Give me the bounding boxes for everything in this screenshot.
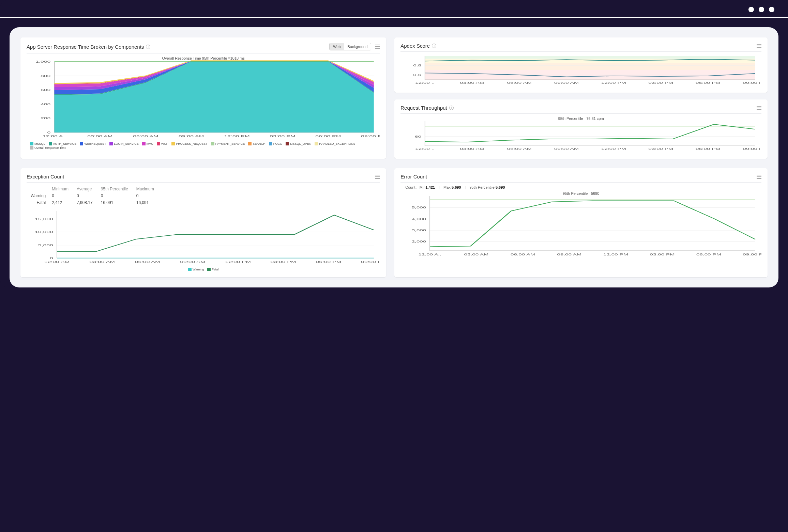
svg-text:3,000: 3,000: [412, 229, 426, 232]
legend-label: WCF: [161, 142, 168, 145]
legend-swatch: [30, 146, 33, 150]
legend-item[interactable]: SEARCH: [248, 142, 266, 145]
legend-swatch: [142, 142, 146, 145]
svg-text:5,000: 5,000: [412, 206, 426, 209]
legend-swatch: [157, 142, 160, 145]
legend-item[interactable]: LOGIN_SERVICE: [109, 142, 138, 145]
col-maximum: Maximum: [136, 186, 162, 192]
svg-text:800: 800: [41, 74, 51, 78]
toggle-background[interactable]: Background: [344, 43, 371, 50]
svg-text:200: 200: [41, 116, 51, 120]
info-icon[interactable]: i: [449, 106, 454, 110]
legend-swatch: [207, 268, 211, 271]
svg-text:09:00 PM: 09:00 PM: [743, 81, 761, 84]
toggle-web-background[interactable]: Web Background: [329, 43, 371, 50]
card-menu-icon[interactable]: [757, 175, 761, 179]
legend-item[interactable]: HANDLED_EXCEPTIONS: [315, 142, 355, 145]
legend-exception: WarningFatal: [27, 268, 380, 271]
card-title-text: Exception Count: [27, 174, 64, 179]
svg-text:10,000: 10,000: [35, 230, 53, 234]
svg-text:03:00 PM: 03:00 PM: [650, 253, 675, 256]
cell: 7,908.17: [77, 200, 100, 206]
card-title-text: Request Throughput: [400, 105, 447, 111]
svg-text:0: 0: [47, 130, 51, 134]
legend-item[interactable]: MSSQL_OPEN: [286, 142, 311, 145]
svg-text:12:00 ..: 12:00 ..: [415, 81, 435, 84]
legend-label: PROCESS_REQUEST: [176, 142, 208, 145]
legend-item[interactable]: WCF: [157, 142, 168, 145]
window-control-dot[interactable]: [759, 7, 764, 12]
svg-text:09:00 AM: 09:00 AM: [554, 81, 579, 84]
card-error: Error Count Count : Min1,421 | Max 5,690…: [394, 168, 768, 277]
svg-rect-23: [425, 56, 755, 59]
dashboard-body: App Server Response Time Broken by Compo…: [10, 27, 778, 287]
legend-item[interactable]: MSSQL: [30, 142, 45, 145]
info-icon[interactable]: i: [146, 45, 150, 49]
svg-text:12:00 PM: 12:00 PM: [601, 81, 626, 84]
col-p95: 95th Percentile: [101, 186, 136, 192]
chart-subtitle: 95th Percentile =5690: [400, 191, 761, 195]
titlebar-divider: [0, 17, 788, 18]
svg-rect-25: [425, 63, 755, 70]
svg-text:09:00 AM: 09:00 AM: [557, 253, 582, 256]
window-controls: [0, 7, 788, 17]
card-menu-icon[interactable]: [757, 106, 761, 110]
svg-text:03:00 AM: 03:00 AM: [464, 253, 489, 256]
chart-subtitle: 95th Percentile =76.81 cpm: [400, 116, 761, 121]
svg-text:12:00 PM: 12:00 PM: [603, 253, 628, 256]
svg-text:12:00 PM: 12:00 PM: [225, 260, 251, 264]
legend-label: MSSQL_OPEN: [290, 142, 311, 145]
legend-label: PAYMENT_SERVICE: [215, 142, 245, 145]
svg-text:0: 0: [50, 256, 53, 260]
legend-item[interactable]: PROCESS_REQUEST: [171, 142, 208, 145]
svg-text:06:00 PM: 06:00 PM: [316, 260, 341, 264]
svg-text:03:00 AM: 03:00 AM: [87, 134, 112, 138]
legend-item[interactable]: Overall Response Time: [30, 146, 66, 150]
card-menu-icon[interactable]: [375, 45, 380, 49]
window-control-dot[interactable]: [769, 7, 774, 12]
card-response-time: App Server Response Time Broken by Compo…: [20, 37, 386, 159]
svg-text:09:00 AM: 09:00 AM: [179, 134, 204, 138]
window-control-dot[interactable]: [748, 7, 754, 12]
legend-label: HANDLED_EXCEPTIONS: [319, 142, 355, 145]
legend-label: AUTH_SERVICE: [53, 142, 77, 145]
card-title: App Server Response Time Broken by Compo…: [27, 44, 150, 50]
legend-item[interactable]: Fatal: [207, 268, 218, 271]
svg-text:03:00 AM: 03:00 AM: [460, 147, 485, 151]
legend-swatch: [315, 142, 318, 145]
chart-throughput: 6012:00 ..03:00 AM06:00 AM09:00 AM12:00 …: [400, 121, 761, 153]
cell: 0: [52, 193, 76, 199]
card-menu-icon[interactable]: [757, 44, 761, 48]
legend-item[interactable]: AUTH_SERVICE: [49, 142, 77, 145]
legend-item[interactable]: MVC: [142, 142, 153, 145]
svg-text:03:00 PM: 03:00 PM: [649, 147, 673, 151]
legend-item[interactable]: PAYMENT_SERVICE: [211, 142, 245, 145]
legend-response-time: MSSQLAUTH_SERVICEWEBREQUESTLOGIN_SERVICE…: [27, 142, 380, 150]
card-throughput: Request Throughput i 95th Percentile =76…: [394, 99, 768, 159]
card-menu-icon[interactable]: [375, 175, 380, 179]
col-minimum: Minimum: [52, 186, 76, 192]
p95-label: 95th Percentile: [469, 185, 494, 189]
legend-item[interactable]: POCO: [269, 142, 283, 145]
legend-item[interactable]: Warning: [188, 268, 204, 271]
toggle-web[interactable]: Web: [330, 43, 344, 50]
svg-text:400: 400: [41, 102, 51, 106]
legend-swatch: [109, 142, 113, 145]
card-exception: Exception Count Minimum Average 95th Per…: [20, 168, 386, 277]
legend-label: POCO: [273, 142, 283, 145]
error-count-summary: Count : Min1,421 | Max 5,690 | 95th Perc…: [405, 185, 761, 189]
svg-text:06:00 AM: 06:00 AM: [133, 134, 158, 138]
card-apdex: Apdex Score i 0.60.812:00 ..03:00 AM06:0…: [394, 37, 768, 93]
info-icon[interactable]: i: [432, 44, 436, 48]
svg-text:09:00 AM: 09:00 AM: [554, 147, 579, 151]
card-title: Apdex Score i: [400, 43, 436, 49]
cell: 16,091: [101, 200, 136, 206]
legend-item[interactable]: WEBREQUEST: [80, 142, 106, 145]
svg-text:09:00 PM: 09:00 PM: [743, 253, 761, 256]
legend-swatch: [80, 142, 83, 145]
min-label: Min: [420, 185, 426, 189]
legend-swatch: [269, 142, 272, 145]
min-value: 1,421: [426, 185, 435, 189]
svg-text:06:00 AM: 06:00 AM: [507, 81, 532, 84]
card-title-text: App Server Response Time Broken by Compo…: [27, 44, 144, 50]
